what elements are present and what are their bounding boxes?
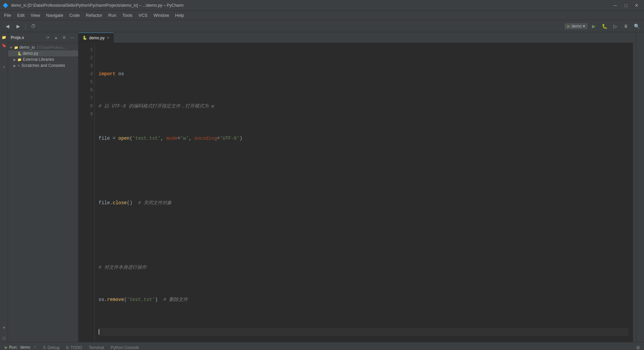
toolbar-right: ▶ 🐛 ▷ ⏸ 🔍 [589,21,641,31]
code-line-2: # 以 UTF-8 的编码格式打开指定文件，打开模式为 w [99,102,629,110]
scratches-label: Scratches and Consoles [21,63,65,68]
search-everywhere-button[interactable]: 🔍 [632,21,641,31]
coverage-button[interactable]: ▷ [610,21,620,31]
bottom-tab-run[interactable]: ▶ Run: demo ✕ [1,342,40,350]
side-icons: 📁 🔖 ≡ ★ ☑ [0,32,8,342]
code-line-3: file = open ( 'test.txt' , mode = 'w' , … [99,134,629,142]
terminal-tab-label: Terminal [89,345,104,350]
toolbar-back-button[interactable]: ◀ [3,21,12,31]
toolbar-run-config[interactable]: ▶ demo ▾ [565,23,588,29]
project-panel: Proje.x ⟳ ▲ ⚙ — ▼ 📁 demo_io D:\Data\Prof… [8,32,78,342]
demo-expand-space: ▶ [13,52,16,55]
run-tab-close[interactable]: ✕ [34,345,36,349]
project-view-icon[interactable]: 📁 [0,34,8,41]
demo-file-icon: 🐍 [17,52,21,55]
menu-file[interactable]: File [1,12,14,18]
project-hide-button[interactable]: — [69,34,75,41]
code-line-6 [99,231,629,239]
title-bar-left: 🔷 demo_io [D:\Data\ProfessionalSkills\Py… [3,3,183,8]
python-console-tab-label: Python Console [111,345,139,350]
run-config-icon: ▶ [567,24,570,29]
profile-button[interactable]: ⏸ [621,21,631,31]
tab-close-button[interactable]: ✕ [107,36,109,40]
code-line-4 [99,167,629,175]
menu-edit[interactable]: Edit [14,12,27,18]
favorites-icon[interactable]: ★ [0,324,8,331]
tree-root[interactable]: ▼ 📁 demo_io D:\Data\Profess... [8,44,78,50]
tab-file-icon: 🐍 [83,36,87,40]
tab-label: demo.py [89,36,105,40]
run-tab-label: Run: [9,345,17,350]
bottom-settings-button[interactable]: ⚙ [633,343,643,350]
bottom-tab-debug[interactable]: 5: Debug [40,342,63,350]
editor-area: 🐍 demo.py ✕ 1 2 3 4 5 6 7 8 9 import os [78,32,636,342]
editor-scrollbar[interactable] [633,43,636,342]
maximize-button[interactable]: □ [621,1,631,10]
external-libraries-label: External Libraries [23,57,54,62]
menu-navigate[interactable]: Navigate [43,12,66,18]
tree-external-libraries[interactable]: ▶ 📁 External Libraries [8,56,78,62]
project-collapse-button[interactable]: ▲ [53,34,59,41]
close-button[interactable]: ✕ [632,1,641,10]
todo-tab-label: 6: TODO [66,345,82,350]
menu-tools[interactable]: Tools [120,12,135,18]
todo-icon[interactable]: ☑ [0,335,8,342]
code-line-5: file. close () # 关闭文件对象 [99,199,629,207]
toolbar-recent-button[interactable]: ⏱ [29,21,38,31]
bookmark-icon[interactable]: 🔖 [0,42,8,49]
code-line-9 [99,328,629,336]
debug-button[interactable]: 🐛 [600,21,609,31]
project-tree: ▼ 📁 demo_io D:\Data\Profess... ▶ 🐍 demo.… [8,43,78,342]
root-path-label: D:\Data\Profess... [37,45,66,49]
project-sync-button[interactable]: ⟳ [45,34,51,41]
scratch-icon: ✎ [17,64,20,68]
bottom-tabs: ▶ Run: demo ✕ 5: Debug 6: TODO Terminal … [0,342,644,350]
title-bar-controls: ─ □ ✕ [610,1,641,10]
code-editor[interactable]: 1 2 3 4 5 6 7 8 9 import os # 以 UTF-8 的编… [78,43,636,342]
ext-expand-icon: ▶ [13,58,16,61]
editor-tabs: 🐍 demo.py ✕ [78,32,636,43]
toolbar: ◀ ▶ ⏱ ▶ demo ▾ ▶ 🐛 ▷ ⏸ 🔍 [0,20,644,32]
toolbar-forward-button[interactable]: ▶ [13,21,23,31]
title-bar: 🔷 demo_io [D:\Data\ProfessionalSkills\Py… [0,0,644,11]
editor-tab-demo-py[interactable]: 🐍 demo.py ✕ [78,33,114,43]
project-settings-button[interactable]: ⚙ [61,34,67,41]
title-bar-title: demo_io [D:\Data\ProfessionalSkills\Pyth… [11,3,183,8]
line-numbers: 1 2 3 4 5 6 7 8 9 [78,43,95,342]
menu-refactor[interactable]: Refactor [83,12,105,18]
project-header: Proje.x ⟳ ▲ ⚙ — [8,32,78,43]
root-label: demo_io [19,45,35,50]
structure-icon[interactable]: ≡ [0,63,8,71]
root-expand-icon: ▼ [9,46,13,49]
code-content[interactable]: import os # 以 UTF-8 的编码格式打开指定文件，打开模式为 w … [95,43,633,342]
debug-tab-label: 5: Debug [43,345,59,350]
menu-run[interactable]: Run [106,12,119,18]
ext-folder-icon: 📁 [17,58,21,61]
tree-demo-py[interactable]: ▶ 🐍 demo.py [8,50,78,56]
run-config-label: demo [572,24,582,29]
code-line-7: # 对文件本身进行操作 [99,263,629,271]
app-icon: 🔷 [3,3,8,8]
menu-help[interactable]: Help [172,12,187,18]
run-config-dropdown-icon: ▾ [583,24,585,29]
bottom-tab-todo[interactable]: 6: TODO [63,342,86,350]
minimize-button[interactable]: ─ [610,1,620,10]
demo-py-label: demo.py [23,51,38,56]
menu-bar: File Edit View Navigate Code Refactor Ru… [0,11,644,20]
bottom-tab-terminal[interactable]: Terminal [86,342,107,350]
text-cursor [99,329,99,335]
menu-view[interactable]: View [28,12,43,18]
menu-window[interactable]: Window [151,12,172,18]
run-button[interactable]: ▶ [589,21,598,31]
bottom-tab-python-console[interactable]: Python Console [107,342,143,350]
run-tab-icon: ▶ [5,345,8,350]
right-icons [636,32,644,342]
code-line-8: os. remove ( 'test.txt' ) # 删除文件 [99,296,629,304]
menu-vcs[interactable]: VCS [136,12,150,18]
scratch-expand-icon: ▶ [13,64,16,68]
tree-scratches[interactable]: ▶ ✎ Scratches and Consoles [8,62,78,69]
main-layout: 📁 🔖 ≡ ★ ☑ Proje.x ⟳ ▲ ⚙ — ▼ 📁 demo_io D:… [0,32,644,342]
menu-code[interactable]: Code [67,12,83,18]
root-folder-icon: 📁 [14,46,18,49]
run-tab-config-label: demo [20,345,30,350]
